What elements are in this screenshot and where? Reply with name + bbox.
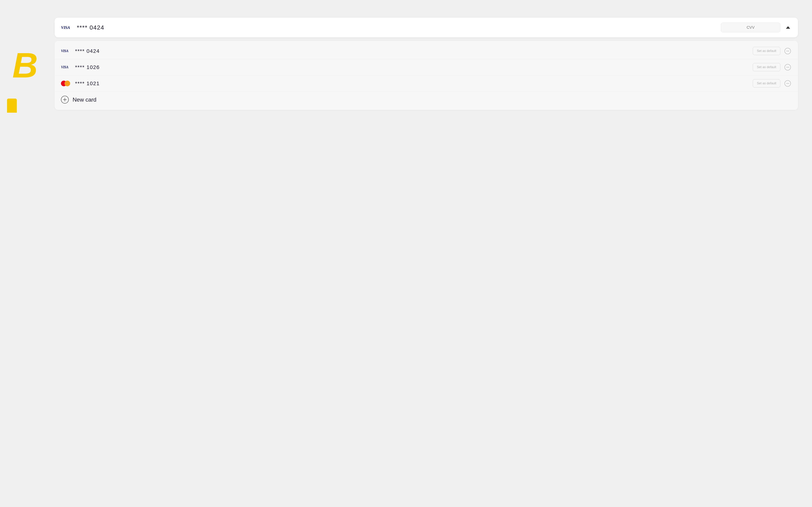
svg-text:B: B xyxy=(12,46,38,85)
chevron-up-icon xyxy=(786,26,790,29)
set-default-button-2[interactable]: Set as default xyxy=(753,63,780,71)
plus-icon xyxy=(63,98,67,101)
svg-rect-1 xyxy=(7,99,17,113)
minus-circle-icon-1 xyxy=(784,48,791,54)
remove-card-button-3[interactable] xyxy=(784,79,792,87)
set-default-button-3[interactable]: Set as default xyxy=(753,79,780,88)
minus-line-1 xyxy=(786,51,789,51)
minus-circle-icon-3 xyxy=(784,80,791,87)
new-card-row[interactable]: New card xyxy=(55,92,798,108)
card-list-item: **** 1021 Set as default xyxy=(55,75,798,92)
set-default-button-1[interactable]: Set as default xyxy=(753,47,780,55)
card-number-2: **** 1026 xyxy=(75,64,749,70)
collapse-button[interactable] xyxy=(784,25,792,30)
brand-logo: B xyxy=(5,39,58,113)
remove-card-button-1[interactable] xyxy=(784,47,792,55)
selected-card-visa-logo: VISA xyxy=(61,25,72,30)
remove-card-button-2[interactable] xyxy=(784,63,792,71)
card-number-3: **** 1021 xyxy=(75,80,749,87)
card-number-1: **** 0424 xyxy=(75,48,749,54)
visa-logo-1: VISA xyxy=(61,49,71,53)
minus-line-3 xyxy=(786,83,789,83)
mastercard-logo-3 xyxy=(61,80,71,86)
mc-circle-orange xyxy=(64,80,70,86)
visa-logo-2: VISA xyxy=(61,65,71,69)
new-card-label: New card xyxy=(72,97,96,103)
payment-methods-container: VISA **** 0424 VISA **** 0424 Set as def… xyxy=(55,17,798,110)
selected-card-number: **** 0424 xyxy=(77,24,717,31)
minus-circle-icon-2 xyxy=(784,64,791,70)
selected-card-row: VISA **** 0424 xyxy=(55,17,798,37)
minus-line-2 xyxy=(786,67,789,67)
add-card-plus-circle xyxy=(61,96,69,104)
card-list-item: VISA **** 1026 Set as default xyxy=(55,59,798,75)
card-list: VISA **** 0424 Set as default VISA **** … xyxy=(55,41,798,110)
card-list-item: VISA **** 0424 Set as default xyxy=(55,43,798,59)
cvv-input[interactable] xyxy=(721,22,780,33)
